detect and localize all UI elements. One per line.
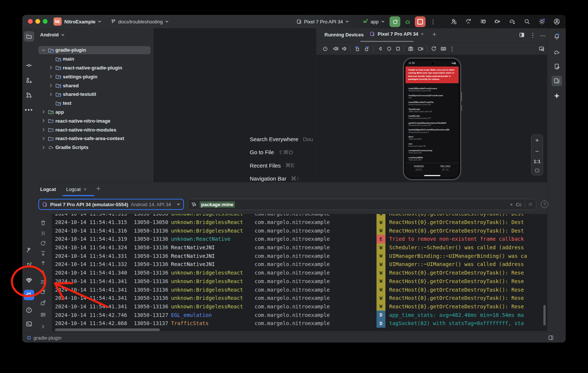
previous-occurrence-icon[interactable] [39,259,47,267]
account-avatar-icon[interactable] [553,18,560,25]
project-selector[interactable]: NitroExample [64,15,101,28]
virtual-keyboard-icon[interactable] [440,45,447,52]
emulator-screen[interactable]: 11:54 ▾▴▮ Unable to load script. Make su… [406,60,459,178]
power-button-icon[interactable] [322,45,329,52]
tree-item[interactable]: react-native-gradle-plugin [35,64,154,72]
build-tool-button[interactable] [24,245,34,255]
log-row[interactable]: 2024-10-14 11:54:41.33213050-13136ReactN… [52,260,543,269]
log-row[interactable]: 2024-10-14 11:54:41.34113050-13136unknow… [52,302,543,311]
gradle-tool-button[interactable] [552,47,562,58]
project-view-selector[interactable]: Android [40,32,65,38]
device-manager-tool-button[interactable] [552,61,562,72]
add-device-tab-button[interactable]: + [432,30,436,39]
settings-gear-icon[interactable] [538,18,546,25]
hide-panel-icon[interactable]: — [539,31,546,39]
run-configuration-selector[interactable]: app [362,15,385,28]
help-icon[interactable]: ? [541,201,548,208]
close-tab-icon[interactable]: × [84,186,87,192]
problems-tool-button[interactable] [24,305,34,315]
chevron-right-icon[interactable] [41,127,48,133]
screen-record-icon[interactable] [417,45,424,52]
screenshot-icon[interactable] [407,45,414,52]
rotate-left-icon[interactable] [353,45,361,52]
build-hammer-icon[interactable] [450,18,457,25]
overview-button-icon[interactable] [394,45,402,52]
profiler-icon[interactable] [494,18,501,25]
next-occurrence-icon[interactable] [39,269,47,276]
tree-item[interactable]: main [35,55,154,64]
emulator-more-icon[interactable]: ⋮ [449,45,456,52]
display-settings-icon[interactable] [538,45,545,52]
debug-button[interactable] [402,16,413,27]
import-logs-icon[interactable] [39,288,47,295]
run-tool-button[interactable] [24,260,34,270]
tree-item[interactable]: react-native-nitro-modules [35,125,154,134]
log-row[interactable]: 2024-10-14 11:54:41.34113050-13136unknow… [52,294,543,302]
clear-filter-icon[interactable]: × [510,202,513,207]
volume-down-icon[interactable] [341,45,348,52]
logcat-filter-field[interactable]: package:mine × Cc ☆ [188,199,536,210]
chevron-right-icon[interactable] [41,145,48,150]
zoom-in-button[interactable]: + [535,137,539,144]
log-row[interactable]: 2024-10-14 11:54:41.31513050-13050unknow… [52,218,543,227]
chevron-right-icon[interactable] [48,91,55,97]
logcat-device-selector[interactable]: Pixel 7 Pro API 34 (emulator-5554) Andro… [38,199,184,210]
back-button-icon[interactable] [377,45,384,52]
minimize-window-button[interactable] [35,19,40,24]
tree-item[interactable]: Gradle Scripts [35,143,154,152]
commit-tool-button[interactable] [24,60,34,71]
log-row[interactable]: 2024-10-14 11:54:41.34013050-13136unknow… [52,269,543,277]
favorite-filter-icon[interactable]: ☆ [528,201,533,208]
pull-requests-tool-button[interactable] [24,90,34,100]
log-row[interactable]: 2024-10-14 11:54:41.31913050-13136unknow… [52,235,543,243]
instant-run-apply-icon[interactable]: A [465,18,472,25]
panel-options-icon[interactable]: ⋮ [529,31,537,39]
log-row[interactable]: 2024-10-14 11:54:42.74613050-13127EGL_em… [52,311,543,319]
terminal-tool-button[interactable] [24,319,34,329]
gemini-sparkle-icon[interactable] [552,91,562,101]
tree-item[interactable]: settings-plugin [35,72,154,81]
horizontal-scrollbar[interactable] [55,328,160,331]
export-logs-icon[interactable] [39,299,47,306]
search-icon[interactable] [523,18,531,25]
close-tab-icon[interactable]: × [421,31,424,37]
emulator-phone[interactable]: 11:54 ▾▴▮ Unable to load script. Make su… [403,58,461,180]
tree-item[interactable]: app [35,108,154,117]
logcat-output[interactable]: 2024-10-14 11:54:41.31313050-13050unknow… [52,214,543,331]
chevron-right-icon[interactable] [48,65,55,71]
home-button-icon[interactable] [385,45,393,52]
log-row[interactable]: 2024-10-14 11:54:41.31313050-13050unknow… [52,214,543,218]
app-quality-insights-tool-button[interactable] [24,275,34,285]
restart-logcat-icon[interactable] [39,240,47,247]
reader-mode-icon[interactable] [548,335,554,341]
chevron-right-icon[interactable] [41,136,48,142]
zoom-ratio-button[interactable]: 1:1 [534,159,541,164]
rotate-right-icon[interactable] [363,45,371,52]
log-row[interactable]: 2024-10-14 11:54:42.86813050-13137Traffi… [52,319,543,328]
clear-logcat-icon[interactable] [39,219,47,227]
logcat-tool-button[interactable] [24,290,34,300]
more-run-options-button[interactable]: ⋮ [430,15,436,28]
log-row[interactable]: 2024-10-14 11:54:41.31613050-13136unknow… [52,226,543,235]
scroll-to-end-icon[interactable] [39,250,47,257]
gradle-sync-icon[interactable] [508,18,516,25]
chevron-right-icon[interactable] [48,82,55,88]
close-window-button[interactable] [28,19,33,24]
tree-item[interactable]: gradle-plugin [35,46,154,55]
logcat-tab[interactable]: Logcat× [66,186,87,192]
soft-wrap-icon[interactable] [39,278,47,286]
branch-selector[interactable]: docs/troubleshooting [111,15,169,28]
vertical-scrollbar[interactable] [543,305,546,325]
stop-button[interactable] [415,16,426,27]
reload-button[interactable]: RELOAD (R, R) [432,163,459,173]
new-logcat-tab-button[interactable]: + [96,185,100,193]
device-reset-icon[interactable] [430,45,437,52]
tree-item[interactable]: react-native-safe-area-context [35,134,154,143]
structure-tool-button[interactable] [24,75,34,85]
tree-item[interactable]: shared [35,81,154,90]
more-logcat-actions-icon[interactable] [39,323,47,330]
more-tool-windows-button[interactable]: ••• [24,105,34,115]
project-tool-button[interactable] [24,31,34,42]
rerun-button[interactable] [390,16,400,27]
log-row[interactable]: 2024-10-14 11:54:41.33113050-13136ReactN… [52,252,543,260]
